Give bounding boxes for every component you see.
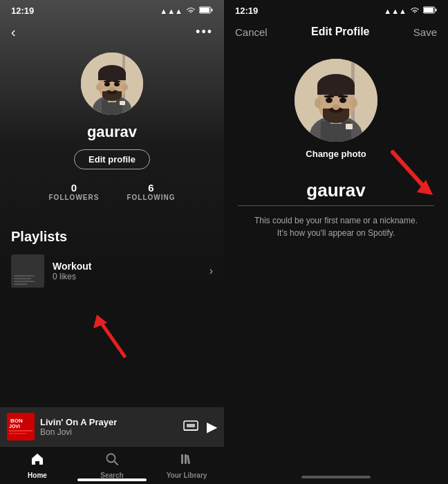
left-time: 12:19 (11, 6, 34, 16)
stats-row: 0 FOLLOWERS 6 FOLLOWING (49, 182, 176, 201)
svg-rect-19 (104, 81, 111, 82)
edit-profile-title: Edit Profile (311, 26, 369, 38)
svg-point-55 (339, 97, 346, 103)
svg-rect-28 (9, 430, 32, 431)
svg-point-58 (333, 104, 339, 110)
left-panel: 12:19 ▲▲▲ ‹ ••• (0, 0, 224, 484)
svg-point-12 (96, 84, 102, 91)
playlist-thumbnail (11, 254, 44, 288)
username-input-section: gaurav This could be your first name or … (224, 180, 448, 239)
svg-text:JOVI: JOVI (9, 424, 20, 429)
right-wifi-icon (410, 6, 420, 16)
followers-label: FOLLOWERS (49, 194, 100, 201)
right-panel: 12:19 ▲▲▲ Cancel Edit Profile Save (224, 0, 448, 484)
now-playing-artist: Bon Jovi (40, 427, 178, 437)
svg-rect-31 (187, 424, 195, 427)
playlists-title: Playlists (11, 229, 213, 245)
tab-home-label: Home (28, 472, 47, 479)
now-playing-bar[interactable]: BON JOVI Livin' On A Prayer Bon Jovi ▶ (0, 407, 224, 446)
svg-rect-37 (187, 454, 190, 463)
username-hint: This could be your first name or a nickn… (238, 214, 434, 239)
now-playing-thumbnail: BON JOVI (7, 413, 35, 440)
tab-library-label: Your Library (167, 472, 207, 479)
right-status-bar: 12:19 ▲▲▲ (224, 0, 448, 19)
svg-rect-40 (424, 8, 433, 12)
svg-rect-56 (324, 95, 334, 97)
svg-line-34 (114, 461, 118, 465)
left-header: ‹ ••• (0, 19, 224, 46)
right-signal-icon: ▲▲▲ (384, 7, 407, 15)
cast-icon[interactable] (183, 419, 198, 435)
playlist-info: Workout 0 likes (53, 261, 201, 281)
tab-search[interactable]: Search (75, 452, 149, 479)
search-icon (105, 452, 119, 469)
followers-count: 0 (71, 182, 77, 194)
right-avatar (295, 59, 377, 142)
edit-profile-button[interactable]: Edit profile (74, 149, 150, 169)
followers-stat: 0 FOLLOWERS (49, 182, 100, 201)
svg-rect-57 (338, 95, 348, 97)
svg-rect-48 (317, 85, 355, 95)
svg-point-13 (122, 84, 128, 91)
svg-point-50 (351, 98, 357, 108)
right-home-indicator (301, 476, 371, 478)
svg-rect-11 (98, 73, 126, 80)
following-count: 6 (148, 182, 153, 194)
playlist-name: Workout (53, 261, 201, 272)
change-photo-button[interactable]: Change photo (306, 149, 366, 159)
avatar (81, 53, 143, 115)
wifi-icon (186, 6, 196, 16)
back-button[interactable]: ‹ (11, 24, 16, 40)
now-playing-info: Livin' On A Prayer Bon Jovi (40, 417, 178, 437)
save-button[interactable]: Save (413, 26, 437, 38)
right-header: Cancel Edit Profile Save (224, 19, 448, 45)
svg-rect-20 (113, 81, 120, 82)
right-time: 12:19 (235, 6, 258, 16)
right-profile-section: Change photo (224, 45, 448, 180)
play-button[interactable]: ▶ (207, 418, 217, 435)
more-button[interactable]: ••• (196, 25, 213, 39)
now-playing-controls: ▶ (183, 418, 217, 435)
svg-rect-2 (200, 8, 209, 12)
right-status-icons: ▲▲▲ (384, 6, 437, 16)
profile-username: gaurav (87, 123, 137, 141)
left-status-icons: ▲▲▲ (160, 6, 213, 16)
playlist-item[interactable]: Workout 0 likes › (11, 254, 213, 288)
svg-rect-35 (181, 454, 183, 464)
svg-rect-22 (120, 101, 125, 105)
svg-rect-29 (9, 433, 26, 434)
svg-point-17 (104, 82, 110, 86)
signal-icon: ▲▲▲ (160, 7, 183, 15)
now-playing-title: Livin' On A Prayer (40, 417, 178, 427)
svg-point-21 (109, 87, 115, 91)
svg-rect-1 (212, 9, 213, 12)
username-underline (238, 205, 434, 206)
right-battery-icon (423, 6, 437, 16)
profile-section: gaurav Edit profile 0 FOLLOWERS 6 FOLLOW… (0, 46, 224, 229)
svg-rect-36 (185, 454, 187, 464)
svg-point-54 (326, 97, 333, 103)
svg-rect-39 (436, 9, 437, 12)
library-icon (180, 452, 194, 469)
playlist-likes: 0 likes (53, 272, 201, 281)
username-field[interactable]: gaurav (238, 180, 434, 201)
tab-home[interactable]: Home (0, 452, 75, 479)
svg-rect-59 (346, 124, 353, 129)
svg-point-18 (114, 82, 120, 86)
home-icon (30, 452, 44, 469)
tab-search-label: Search (100, 472, 123, 479)
tab-library[interactable]: Your Library (149, 452, 224, 479)
left-status-bar: 12:19 ▲▲▲ (0, 0, 224, 19)
following-label: FOLLOWING (127, 194, 175, 201)
cancel-button[interactable]: Cancel (235, 26, 268, 38)
home-indicator (77, 478, 147, 481)
battery-icon (199, 6, 213, 16)
svg-text:BON: BON (10, 418, 23, 424)
chevron-right-icon: › (209, 265, 213, 277)
following-stat: 6 FOLLOWING (127, 182, 175, 201)
svg-point-49 (315, 98, 321, 108)
